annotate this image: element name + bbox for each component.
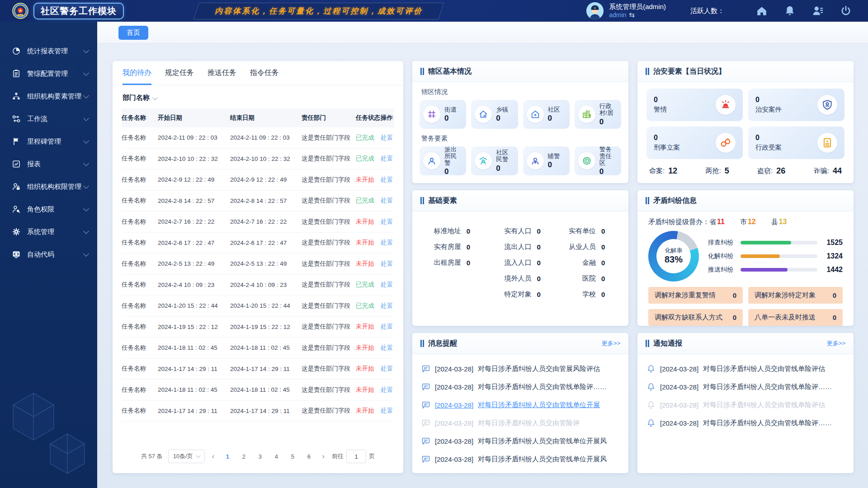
handle-link[interactable]: 处置 xyxy=(381,260,394,268)
element-stat: 医院 0 xyxy=(549,271,613,286)
sidebar-item-org-elements[interactable]: 组织机构要素管理 xyxy=(0,85,97,108)
end-date-cell: 2024-2-11 09 : 22 : 03 xyxy=(230,134,302,141)
messages-more-link[interactable]: 更多>> xyxy=(602,339,620,347)
handle-link[interactable]: 处置 xyxy=(381,281,394,289)
switch-user-icon[interactable]: ⇆ xyxy=(629,11,635,19)
warning-box[interactable]: 调解双方缺联系人方式 0 xyxy=(648,309,743,326)
stat-tile-community-officer[interactable]: 社区民警 0 xyxy=(471,146,518,175)
main-area: 首页 我的待办 规定任务 推送任务 指令任务 部门名称 xyxy=(97,22,868,488)
handle-link[interactable]: 处置 xyxy=(381,386,394,394)
status-badge: 未开始 xyxy=(356,344,381,352)
sidebar-item-org-permission[interactable]: 组织机构权限管理 xyxy=(0,175,97,198)
handle-link[interactable]: 处置 xyxy=(381,302,394,310)
task-name-cell: 任务名称 xyxy=(122,323,158,331)
sidebar-item-milestone[interactable]: 里程碑管理 xyxy=(0,130,97,153)
users-icon[interactable] xyxy=(812,5,824,17)
home-icon[interactable] xyxy=(756,5,768,17)
sidebar-item-police-config[interactable]: 警综配置管理 xyxy=(0,62,97,85)
stat-tile-village[interactable]: 行政村/居 0 xyxy=(575,100,621,129)
page-number-button[interactable]: 1 xyxy=(222,450,233,463)
stat-tile-community[interactable]: 社区 0 xyxy=(523,100,570,129)
tab-command-tasks[interactable]: 指令任务 xyxy=(250,68,279,85)
notice-item[interactable]: [2024-03-28] 对每日涉矛盾纠纷人员交由管线单险评估 xyxy=(646,360,844,378)
stat-tile-town[interactable]: 乡镇 0 xyxy=(471,100,518,129)
username-switcher[interactable]: admin ⇆ xyxy=(609,11,666,19)
sidebar-item-auto-code[interactable]: 自动代码 xyxy=(0,243,97,266)
sidebar-item-label: 系统管理 xyxy=(27,228,84,236)
message-item[interactable]: [2024-03-28] 对每日涉矛盾纠纷人员交由管险评 xyxy=(421,414,619,432)
warning-box[interactable]: 八单一表未及时推送 0 xyxy=(748,309,843,326)
page-number-button[interactable]: 3 xyxy=(254,450,266,463)
stat-tile-duty-area[interactable]: 警务责任区 0 xyxy=(575,146,621,175)
handle-link[interactable]: 处置 xyxy=(381,239,394,247)
notice-list: [2024-03-28] 对每日涉矛盾纠纷人员交由管线单险评估 [2024-03… xyxy=(637,354,854,437)
goto-page-input[interactable] xyxy=(346,450,366,463)
notice-item[interactable]: [2024-03-28] 对每日涉矛盾纠纷人员交由管线单险评…… xyxy=(646,414,844,432)
stat-tile-alerts[interactable]: 0 警情 xyxy=(646,89,743,121)
dept-cell: 这是责任部门字段 xyxy=(302,281,356,289)
page-number-button[interactable]: 5 xyxy=(287,450,298,463)
page-number-button[interactable]: 6 xyxy=(303,450,315,463)
sidebar-item-statistics-report[interactable]: 统计报表管理 xyxy=(0,40,97,62)
sidebar-item-label: 里程碑管理 xyxy=(27,137,84,146)
sidebar-item-workflow[interactable]: 工作流 xyxy=(0,108,97,130)
stat-tile-criminal-cases[interactable]: 0 刑事立案 xyxy=(646,127,743,159)
tab-pushed-tasks[interactable]: 推送任务 xyxy=(208,68,236,85)
handle-link[interactable]: 处置 xyxy=(381,407,394,415)
sidebar-item-reports[interactable]: 报表 xyxy=(0,153,97,175)
bell-icon[interactable] xyxy=(784,5,796,17)
handle-link[interactable]: 处置 xyxy=(381,176,394,184)
stat-tile-public-security-cases[interactable]: 0 治安案件 xyxy=(748,89,844,121)
title-marker xyxy=(646,340,649,347)
notice-item[interactable]: [2024-03-28] 对每日涉矛盾纠纷人员交由管线单险评…… xyxy=(646,378,844,396)
tab-regular-tasks[interactable]: 规定任务 xyxy=(165,68,194,85)
warning-box[interactable]: 调解对象涉特定对象 0 xyxy=(748,287,843,304)
end-date-cell: 2024-2-5 13 : 22 : 49 xyxy=(230,260,302,267)
page: 社区警务工作模块 内容体系化，任务可量化，过程可控制，成效可评价 系统管理员(a… xyxy=(0,0,868,488)
handle-link[interactable]: 处置 xyxy=(381,344,394,352)
handle-link[interactable]: 处置 xyxy=(381,134,394,142)
message-item[interactable]: [2024-03-28] 对每日涉矛盾纠纷人员交由管线单位开展风 xyxy=(421,432,619,450)
message-item[interactable]: [2024-03-28] 对每日涉矛盾纠纷人员交由管线单位开展 xyxy=(421,396,619,414)
page-number-button[interactable]: 4 xyxy=(270,450,282,463)
page-size-select[interactable]: 10条/页 xyxy=(168,450,205,463)
officer-avatar-icon xyxy=(586,2,604,19)
handle-link[interactable]: 处置 xyxy=(381,218,394,226)
handle-link[interactable]: 处置 xyxy=(381,365,394,373)
tab-home[interactable]: 首页 xyxy=(118,26,148,40)
dept-cell: 这是责任部门字段 xyxy=(302,344,356,352)
notice-item[interactable]: [2024-03-28] 对每日涉矛盾纠纷人员交由管线单险评估 xyxy=(646,396,844,414)
stat-tile-street[interactable]: 街道 0 xyxy=(420,100,466,129)
dept-cell: 这是责任部门字段 xyxy=(302,155,356,163)
power-icon[interactable] xyxy=(840,5,852,17)
task-tabs: 我的待办 规定任务 推送任务 指令任务 xyxy=(113,61,403,85)
page-number-button[interactable]: 2 xyxy=(238,450,250,463)
message-date: [2024-03-28] xyxy=(435,437,473,445)
message-item[interactable]: [2024-03-28] 对每日涉矛盾纠纷人员交由管线单险评…… xyxy=(421,378,619,396)
stat-tile-administrative-cases[interactable]: 0 行政受案 xyxy=(748,127,844,159)
stat-tile-station-officer[interactable]: 派出所民警 0 xyxy=(420,146,466,175)
tab-my-todo[interactable]: 我的待办 xyxy=(123,68,151,85)
start-date-cell: 2024-2-4 10 : 09 : 23 xyxy=(158,282,230,288)
handle-link[interactable]: 处置 xyxy=(381,323,394,331)
end-date-cell: 2024-2-8 14 : 22 : 57 xyxy=(230,197,302,204)
message-item[interactable]: [2024-03-28] 对每日涉矛盾纠纷人员交由管展风险评估 xyxy=(421,360,619,378)
sidebar-item-system-management[interactable]: 系统管理 xyxy=(0,221,97,243)
notices-more-link[interactable]: 更多>> xyxy=(827,339,845,347)
handle-link[interactable]: 处置 xyxy=(381,155,394,163)
stat-tile-auxiliary-officer[interactable]: 辅警 0 xyxy=(523,146,570,175)
prev-page-button[interactable]: ‹ xyxy=(210,452,217,461)
message-item[interactable]: [2024-03-28] 对每日涉矛盾纠纷人员交由管线单位开展风 xyxy=(421,450,619,468)
element-stat: 流出人口 0 xyxy=(478,239,549,255)
next-page-button[interactable]: › xyxy=(320,452,326,461)
username-text: admin xyxy=(609,11,626,19)
pagination: 共 57 条 10条/页 ‹ 1 2 xyxy=(113,442,403,473)
user-avatar[interactable] xyxy=(586,2,604,19)
department-filter[interactable]: 部门名称 xyxy=(123,94,150,102)
escalation-city: 市12 xyxy=(740,218,756,226)
sidebar-item-role-permission[interactable]: 角色权限 xyxy=(0,198,97,221)
warning-box[interactable]: 调解对象涉重复警情 0 xyxy=(648,287,743,304)
base-elements-col1: 标准地址 0 实有房屋 0 出租房屋 0 xyxy=(417,223,478,302)
message-date: [2024-03-28] xyxy=(435,455,473,463)
handle-link[interactable]: 处置 xyxy=(381,197,394,205)
